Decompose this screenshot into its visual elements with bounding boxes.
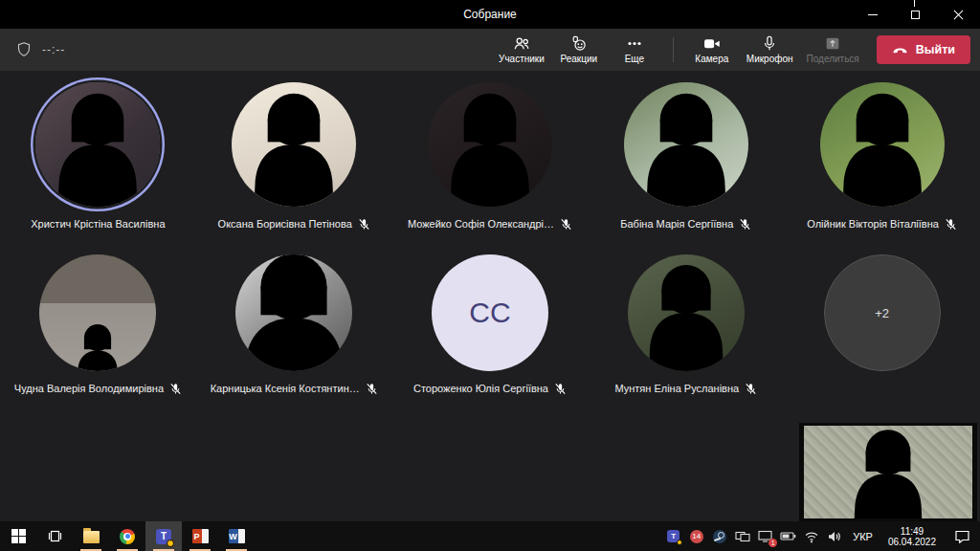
windows-start-icon <box>11 529 26 543</box>
microphone-icon <box>761 35 778 52</box>
chrome-icon <box>120 529 135 544</box>
volume-glyph <box>827 530 842 543</box>
person-placeholder-icon <box>624 82 748 207</box>
mic-muted-icon <box>945 218 957 231</box>
mic-muted-icon <box>169 383 182 395</box>
person-placeholder-icon <box>235 254 352 371</box>
participant-tile[interactable]: СС Стороженко Юлія Сергіївна <box>392 254 589 396</box>
action-center-button[interactable] <box>947 521 976 551</box>
file-explorer-button[interactable] <box>73 521 109 551</box>
windows-taskbar: T P W T 14 <box>0 521 980 551</box>
toolbar-buttons: Участники Реакции Еще <box>493 29 970 71</box>
participant-avatar <box>232 82 356 207</box>
participant-tile[interactable]: Оксана Борисівна Петінова <box>196 82 392 231</box>
toolbar-divider <box>673 37 674 62</box>
participant-tile[interactable]: Чудна Валерія Володимирівна <box>0 254 196 396</box>
mic-muted-icon <box>745 383 757 395</box>
person-placeholder-icon <box>35 82 160 207</box>
teams-meeting-window: Собрание --:-- Участники <box>0 0 980 551</box>
taskbar-clock[interactable]: 11:49 06.04.2022 <box>883 526 941 547</box>
participant-avatar <box>35 82 160 207</box>
wifi-tray-icon[interactable] <box>803 528 819 544</box>
teams-status-badge <box>167 540 174 547</box>
participant-grid-row-2: Чудна Валерія Володимирівна Карницька Кс… <box>0 254 980 396</box>
participant-tile[interactable]: Мунтян Еліна Русланівна <box>588 254 784 396</box>
more-icon <box>626 35 643 52</box>
participant-tile[interactable]: Христич Крістіна Василівна <box>0 82 196 231</box>
overflow-avatar: +2 <box>824 254 941 371</box>
microphone-button[interactable]: Микрофон <box>741 29 799 71</box>
task-view-icon <box>47 529 63 543</box>
participant-name: Мунтян Еліна Русланівна <box>614 383 739 394</box>
participants-label: Участники <box>499 54 545 64</box>
action-center-icon <box>954 529 970 543</box>
monitor-alert-tray-icon[interactable]: 1 <box>757 528 773 544</box>
meeting-timer: --:-- <box>42 43 65 56</box>
participant-avatar <box>235 254 352 371</box>
wifi-glyph <box>804 530 819 543</box>
notification-count-badge: 14 <box>690 530 703 543</box>
participant-tile[interactable]: Карницька Ксенія Костянтин… <box>196 254 392 396</box>
word-icon: W <box>229 529 245 543</box>
participant-tile[interactable]: Бабіна Марія Сергіївна <box>588 82 784 231</box>
participant-name: Стороженко Юлія Сергіївна <box>413 383 548 394</box>
notification-tray-icon[interactable]: 14 <box>688 528 704 544</box>
teams-button[interactable]: T <box>145 521 182 551</box>
steam-glyph <box>713 530 726 543</box>
participants-icon <box>513 35 530 52</box>
participant-avatar <box>624 82 748 207</box>
monitor-alert-badge: 1 <box>768 539 777 547</box>
more-button[interactable]: Еще <box>608 29 661 71</box>
powerpoint-icon: P <box>192 529 209 543</box>
mic-muted-icon <box>560 218 572 231</box>
steam-tray-icon[interactable] <box>711 528 727 544</box>
powerpoint-button[interactable]: P <box>182 521 218 551</box>
word-button[interactable]: W <box>218 521 255 551</box>
camera-button[interactable]: Камера <box>685 29 739 71</box>
reactions-label: Реакции <box>561 54 598 64</box>
task-view-button[interactable] <box>36 521 73 551</box>
participant-grid-row-1: Христич Крістіна Василівна Оксана Борисі… <box>0 82 980 231</box>
battery-glyph <box>780 530 796 542</box>
participant-name: Можейко Софія Олександрі… <box>408 218 554 230</box>
more-label: Еще <box>625 54 644 64</box>
mic-muted-icon <box>739 218 751 231</box>
participant-name: Христич Крістіна Василівна <box>31 218 165 230</box>
participant-tile[interactable]: Олійник Вікторія Віталіївна <box>784 82 980 231</box>
participant-name: Оксана Борисівна Петінова <box>218 218 352 230</box>
leave-label: Выйти <box>916 43 955 56</box>
participant-tile[interactable]: Можейко Софія Олександрі… <box>392 82 589 231</box>
mic-muted-icon <box>358 218 370 231</box>
participant-avatar <box>628 254 745 371</box>
window-title: Собрание <box>0 8 980 21</box>
mic-muted-icon <box>366 383 378 395</box>
shield-icon <box>15 41 33 58</box>
person-placeholder-icon <box>428 82 552 207</box>
share-button[interactable]: Поделиться <box>801 29 865 71</box>
battery-tray-icon[interactable] <box>780 528 796 544</box>
person-placeholder-icon <box>232 82 356 207</box>
participants-button[interactable]: Участники <box>493 29 550 71</box>
volume-tray-icon[interactable] <box>826 528 842 544</box>
share-label: Поделиться <box>807 54 859 64</box>
participant-name: Чудна Валерія Володимирівна <box>14 383 164 394</box>
meeting-stage: Христич Крістіна Василівна Оксана Борисі… <box>0 71 980 521</box>
overflow-tile[interactable]: +2 <box>784 254 980 396</box>
overflow-count: +2 <box>875 306 889 320</box>
share-icon <box>824 35 841 52</box>
chrome-button[interactable] <box>109 521 145 551</box>
camera-icon <box>703 35 721 52</box>
start-button[interactable] <box>0 521 36 551</box>
displays-tray-icon[interactable] <box>734 528 750 544</box>
teams-tray-icon[interactable]: T <box>665 528 681 544</box>
person-placeholder-icon <box>628 254 745 371</box>
leave-button[interactable]: Выйти <box>877 35 970 64</box>
titlebar: Собрание <box>0 0 980 29</box>
self-person-placeholder-icon <box>804 426 972 518</box>
self-view-video[interactable] <box>799 423 977 521</box>
clock-time: 11:49 <box>901 526 924 537</box>
displays-glyph <box>735 530 750 543</box>
participant-avatar <box>820 82 945 207</box>
reactions-button[interactable]: Реакции <box>552 29 606 71</box>
language-indicator[interactable]: УКР <box>849 531 877 542</box>
